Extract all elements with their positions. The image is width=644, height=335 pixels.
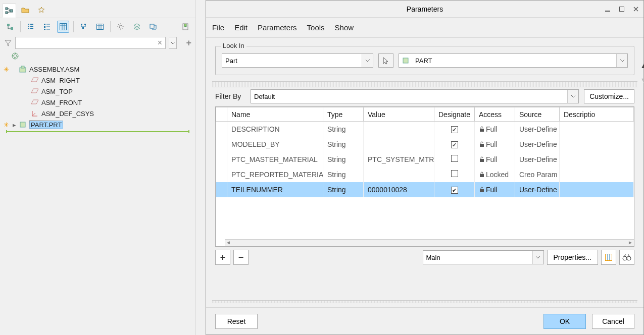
- col-access[interactable]: Access: [475, 107, 515, 122]
- menu-parameters[interactable]: Parameters: [258, 23, 297, 32]
- move-down-icon[interactable]: ▼: [639, 76, 644, 85]
- cell-source: User-Define: [515, 122, 560, 137]
- tree-tab-icon[interactable]: [2, 4, 16, 18]
- view-icon[interactable]: [147, 21, 159, 33]
- add-row-button[interactable]: +: [215, 250, 230, 265]
- look-in-type-dropdown[interactable]: [222, 53, 373, 68]
- tree-datum[interactable]: ASM_TOP: [0, 86, 195, 97]
- access-cell[interactable]: Full: [479, 155, 511, 163]
- filter-by-dropdown[interactable]: [251, 89, 579, 103]
- tree-csys[interactable]: ASM_DEF_CSYS: [0, 108, 195, 119]
- gear-icon[interactable]: [115, 21, 127, 33]
- access-cell[interactable]: Full: [479, 186, 511, 194]
- menu-tools[interactable]: Tools: [307, 23, 325, 32]
- tree-filter-input[interactable]: [15, 37, 166, 49]
- horizontal-scrollbar[interactable]: [225, 239, 634, 246]
- table-icon[interactable]: [94, 21, 106, 33]
- list-icon-1[interactable]: [25, 21, 37, 33]
- table-row[interactable]: DESCRIPTIONString✔FullUser-Define: [216, 122, 634, 137]
- table-row[interactable]: MODELED_BYString✔FullUser-Define: [216, 137, 634, 152]
- designate-checkbox[interactable]: [451, 155, 458, 162]
- aperture-icon[interactable]: [11, 52, 19, 60]
- table-dropdown-value: [423, 251, 532, 264]
- tree-datum[interactable]: ASM_RIGHT: [0, 75, 195, 86]
- svg-rect-14: [150, 24, 154, 28]
- filter-by-row: Filter By Customize...: [215, 89, 634, 103]
- cell-name: PTC_MASTER_MATERIAL: [227, 152, 323, 167]
- svg-rect-21: [403, 58, 408, 63]
- layers-icon[interactable]: [131, 21, 143, 33]
- designate-checkbox[interactable]: ✔: [451, 187, 458, 194]
- minimize-icon[interactable]: [603, 5, 612, 14]
- reset-button[interactable]: Reset: [215, 314, 258, 329]
- close-icon[interactable]: [631, 5, 640, 14]
- svg-rect-20: [620, 7, 624, 12]
- list-icon-2[interactable]: [41, 21, 53, 33]
- menu-show[interactable]: Show: [335, 23, 354, 32]
- binoculars-icon[interactable]: [619, 250, 634, 265]
- chevron-down-icon[interactable]: [362, 54, 373, 67]
- favorites-tab-icon[interactable]: [34, 3, 48, 17]
- col-source[interactable]: Source: [515, 107, 560, 122]
- maximize-icon[interactable]: [617, 5, 626, 14]
- svg-rect-12: [97, 24, 104, 30]
- cell-value[interactable]: 0000010028: [364, 182, 434, 197]
- table-dropdown[interactable]: [423, 250, 544, 264]
- filter-by-label: Filter By: [215, 92, 245, 100]
- clear-filter-icon[interactable]: ×: [156, 39, 164, 47]
- cell-value[interactable]: [364, 167, 434, 182]
- expand-caret-icon[interactable]: ▸: [10, 121, 18, 129]
- access-cell[interactable]: Full: [479, 125, 511, 133]
- designate-checkbox[interactable]: ✔: [451, 126, 458, 133]
- columns-toggle-icon[interactable]: [601, 250, 616, 265]
- col-value[interactable]: Value: [364, 107, 434, 122]
- cell-value[interactable]: PTC_SYSTEM_MTRL: [364, 152, 434, 167]
- cell-name: TEILENUMMER: [227, 182, 323, 197]
- bookmark-icon[interactable]: [179, 21, 191, 33]
- remove-row-button[interactable]: −: [233, 250, 249, 265]
- chevron-down-icon[interactable]: [532, 251, 543, 264]
- look-in-entity-value: [412, 54, 616, 67]
- cancel-button[interactable]: Cancel: [592, 314, 634, 329]
- look-in-entity-dropdown[interactable]: [399, 53, 628, 68]
- tree-toolbar: [0, 18, 195, 35]
- tree-datum[interactable]: ASM_FRONT: [0, 97, 195, 108]
- cell-value[interactable]: [364, 122, 434, 137]
- customize-button[interactable]: Customize...: [584, 89, 634, 103]
- col-type[interactable]: Type: [323, 107, 364, 122]
- access-cell[interactable]: Locked: [479, 171, 511, 179]
- col-description[interactable]: Descriptio: [560, 107, 634, 122]
- col-name[interactable]: Name: [227, 107, 323, 122]
- filter-dropdown-icon[interactable]: [169, 37, 177, 49]
- chevron-down-icon[interactable]: [616, 54, 627, 67]
- properties-button[interactable]: Properties...: [547, 250, 598, 265]
- expand-icon[interactable]: [4, 21, 16, 33]
- move-up-icon[interactable]: ▲: [639, 61, 644, 70]
- table-row[interactable]: PTC_MASTER_MATERIALStringPTC_SYSTEM_MTRL…: [216, 152, 634, 167]
- tree-icon-a[interactable]: [78, 21, 90, 33]
- cell-type: String: [323, 167, 364, 182]
- chevron-down-icon[interactable]: [567, 90, 578, 103]
- funnel-icon[interactable]: [4, 39, 12, 47]
- folder-tab-icon[interactable]: [18, 3, 32, 17]
- tree-root[interactable]: ✳ ASSEMBLY.ASM: [0, 64, 195, 75]
- look-in-group: Look In: [215, 46, 634, 75]
- table-row[interactable]: PTC_REPORTED_MATERIALStringLockedCreo Pa…: [216, 167, 634, 182]
- columns-icon[interactable]: [57, 21, 69, 33]
- designate-checkbox[interactable]: ✔: [451, 141, 458, 148]
- col-designate[interactable]: Designate: [434, 107, 475, 122]
- assembly-icon: [18, 65, 27, 74]
- cell-value[interactable]: [364, 137, 434, 152]
- table-footer-row: + − Properties...: [215, 250, 634, 265]
- pick-cursor-icon[interactable]: [378, 53, 393, 68]
- menu-edit[interactable]: Edit: [234, 23, 247, 32]
- table-row[interactable]: TEILENUMMERString0000010028✔FullUser-Def…: [216, 182, 634, 197]
- add-filter-icon[interactable]: +: [186, 38, 191, 48]
- svg-point-29: [627, 256, 631, 260]
- access-cell[interactable]: Full: [479, 140, 511, 148]
- menu-file[interactable]: File: [212, 23, 224, 32]
- tree-part-selected[interactable]: ✳ ▸ PART.PRT: [0, 119, 195, 130]
- ok-button[interactable]: OK: [543, 314, 586, 329]
- designate-checkbox[interactable]: [451, 170, 458, 177]
- lock-icon: [479, 126, 485, 132]
